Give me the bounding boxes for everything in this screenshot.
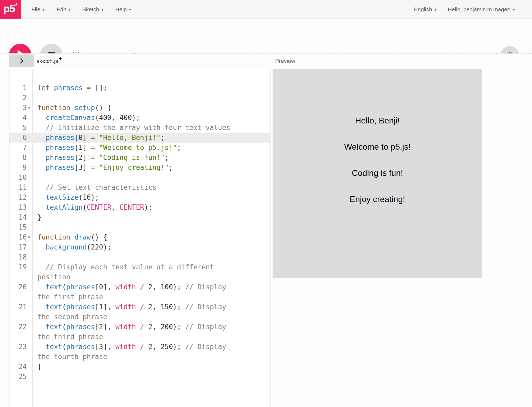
code-token: / xyxy=(140,283,144,291)
code-line[interactable]: 25 xyxy=(9,372,270,382)
code-line[interactable]: 10 xyxy=(9,172,270,182)
code-line[interactable]: 15 xyxy=(9,222,270,232)
menu-sketch[interactable]: Sketch ▾ xyxy=(82,6,103,13)
code-text[interactable]: text(phrases[1], width / 2, 150); // Dis… xyxy=(37,302,270,312)
code-token: []; xyxy=(91,84,107,92)
code-text[interactable]: text(phrases[0], width / 2, 100); // Dis… xyxy=(37,282,270,292)
code-text[interactable]: createCanvas(400, 400); xyxy=(37,113,270,123)
line-number: 18 xyxy=(9,252,27,262)
code-token: [0], xyxy=(95,283,115,291)
code-line[interactable]: 11 // Set text characteristics xyxy=(9,182,270,192)
code-text[interactable]: function draw() { xyxy=(37,232,270,242)
code-token: 2, 100); xyxy=(144,283,185,291)
sidebar-collapse-button[interactable] xyxy=(9,55,34,67)
code-token: ); xyxy=(144,203,152,211)
code-line[interactable]: 8 phrases[2] = "Coding is fun!"; xyxy=(9,153,270,162)
code-line[interactable]: 5 // Initialize the array with four text… xyxy=(9,123,270,133)
code-token: text xyxy=(46,343,62,351)
code-text[interactable]: phrases[0] = "Hello, Benji!"; xyxy=(37,133,270,143)
code-line[interactable]: 2 xyxy=(9,93,270,103)
preview-canvas[interactable]: Hello, Benji!Welcome to p5.js!Coding is … xyxy=(273,69,482,278)
code-line[interactable]: 24} xyxy=(9,362,270,372)
content-area: sketch.js Preview 1let phrases = [];23▼f… xyxy=(0,53,532,407)
menu-file[interactable]: File ▾ xyxy=(31,6,45,13)
code-token: background xyxy=(46,243,87,251)
code-token: the second phrase xyxy=(37,313,107,321)
line-number: 1 xyxy=(9,83,27,93)
code-editor[interactable]: 1let phrases = [];23▼function setup() {4… xyxy=(9,69,270,407)
menu-sketch-label: Sketch xyxy=(82,6,99,13)
code-text[interactable]: textAlign(CENTER, CENTER); xyxy=(37,202,270,212)
language-dropdown[interactable]: English ▾ xyxy=(414,6,436,13)
code-text[interactable]: let phrases = []; xyxy=(37,83,270,93)
code-text[interactable]: } xyxy=(37,212,270,222)
code-text[interactable]: the third phrase xyxy=(37,332,270,342)
code-text[interactable]: textSize(16); xyxy=(37,192,270,202)
code-text[interactable]: // Display each text value at a differen… xyxy=(37,262,270,272)
code-token xyxy=(136,343,140,351)
code-token: the first phrase xyxy=(37,293,103,301)
code-line[interactable]: the first phrase xyxy=(9,292,270,302)
code-text[interactable]: phrases[3] = "Enjoy creating!"; xyxy=(37,162,270,172)
code-line[interactable]: 19 // Display each text value at a diffe… xyxy=(9,262,270,272)
code-text[interactable]: the second phrase xyxy=(37,312,270,322)
fold-arrow-icon[interactable]: ▼ xyxy=(28,103,30,113)
code-token xyxy=(37,154,46,161)
code-token: function xyxy=(37,233,70,241)
code-token: = xyxy=(91,134,95,142)
code-line[interactable]: 22 text(phrases[2], width / 2, 200); // … xyxy=(9,322,270,332)
code-line[interactable]: 23 text(phrases[3], width / 2, 250); // … xyxy=(9,342,270,352)
code-line[interactable]: 6 phrases[0] = "Hello, Benji!"; xyxy=(9,133,270,143)
code-line[interactable]: the second phrase xyxy=(9,312,270,322)
code-text[interactable]: phrases[2] = "Coding is fun!"; xyxy=(37,153,270,162)
code-line[interactable]: 4 createCanvas(400, 400); xyxy=(9,113,270,123)
code-token: // Display xyxy=(185,323,226,331)
code-text[interactable]: } xyxy=(37,362,270,372)
code-text[interactable]: text(phrases[2], width / 2, 200); // Dis… xyxy=(37,322,270,332)
chevron-down-icon: ▾ xyxy=(43,8,45,12)
file-tab-sketchjs[interactable]: sketch.js xyxy=(37,58,62,64)
code-token: ; xyxy=(177,144,181,151)
menu-edit[interactable]: Edit ▾ xyxy=(57,6,70,13)
code-token xyxy=(37,134,46,142)
code-line[interactable]: 18 xyxy=(9,252,270,262)
code-token: "Enjoy creating!" xyxy=(99,164,169,171)
code-line[interactable]: 13 textAlign(CENTER, CENTER); xyxy=(9,202,270,212)
code-line[interactable]: the fourth phrase xyxy=(9,352,270,362)
code-token: // Display xyxy=(185,283,226,291)
code-token: [2] xyxy=(74,154,91,161)
code-line[interactable]: position xyxy=(9,272,270,282)
code-text[interactable]: text(phrases[3], width / 2, 250); // Dis… xyxy=(37,342,270,352)
code-line[interactable]: 3▼function setup() { xyxy=(9,103,270,113)
code-line[interactable]: 14} xyxy=(9,212,270,222)
code-line[interactable]: 12 textSize(16); xyxy=(9,192,270,202)
code-text[interactable]: the fourth phrase xyxy=(37,352,270,362)
code-line[interactable]: 9 phrases[3] = "Enjoy creating!"; xyxy=(9,162,270,172)
fold-arrow-icon[interactable]: ▼ xyxy=(28,232,30,242)
line-number: 3 xyxy=(9,103,27,113)
code-text[interactable]: position xyxy=(37,272,270,282)
code-text[interactable]: // Initialize the array with four text v… xyxy=(37,123,270,133)
p5-logo-asterisk: * xyxy=(15,2,18,9)
code-text[interactable]: the first phrase xyxy=(37,292,270,302)
code-text[interactable]: function setup() { xyxy=(37,103,270,113)
code-token: text xyxy=(46,283,62,291)
account-dropdown[interactable]: Hello, benjamin.m.mager! ▾ xyxy=(448,6,515,13)
code-line[interactable]: 17 background(220); xyxy=(9,242,270,252)
code-token: (16); xyxy=(79,193,99,201)
code-line[interactable]: 21 text(phrases[1], width / 2, 150); // … xyxy=(9,302,270,312)
code-line[interactable]: 7 phrases[1] = "Welcome to p5.js!"; xyxy=(9,143,270,153)
code-token: ; xyxy=(169,164,173,171)
code-token xyxy=(95,164,99,171)
menu-help[interactable]: Help ▾ xyxy=(115,6,131,13)
code-line[interactable]: the third phrase xyxy=(9,332,270,342)
menu-edit-label: Edit xyxy=(57,6,66,13)
code-text[interactable]: background(220); xyxy=(37,242,270,252)
code-line[interactable]: 1let phrases = []; xyxy=(9,83,270,93)
code-line[interactable]: 20 text(phrases[0], width / 2, 100); // … xyxy=(9,282,270,292)
p5-logo[interactable]: p5 * xyxy=(0,0,21,19)
code-text[interactable]: // Set text characteristics xyxy=(37,182,270,192)
code-token: phrases xyxy=(54,84,83,92)
code-text[interactable]: phrases[1] = "Welcome to p5.js!"; xyxy=(37,143,270,153)
code-line[interactable]: 16▼function draw() { xyxy=(9,232,270,242)
